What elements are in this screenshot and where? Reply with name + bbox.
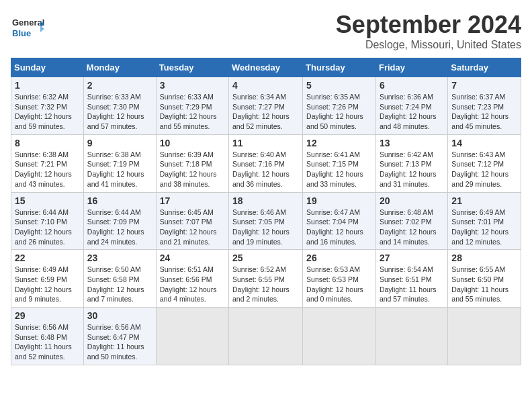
day-info: Sunrise: 6:45 AMSunset: 7:07 PMDaylight:… xyxy=(160,208,217,246)
calendar-cell: 8 Sunrise: 6:38 AMSunset: 7:21 PMDayligh… xyxy=(11,134,84,192)
calendar-cell: 27 Sunrise: 6:54 AMSunset: 6:51 PMDaylig… xyxy=(375,250,447,308)
calendar-cell: 23 Sunrise: 6:50 AMSunset: 6:58 PMDaylig… xyxy=(83,250,156,308)
calendar-cell: 26 Sunrise: 6:53 AMSunset: 6:53 PMDaylig… xyxy=(303,250,376,308)
calendar-cell: 14 Sunrise: 6:43 AMSunset: 7:12 PMDaylig… xyxy=(448,134,521,192)
svg-rect-0 xyxy=(11,11,44,44)
day-info: Sunrise: 6:56 AMSunset: 6:47 PMDaylight:… xyxy=(87,323,144,361)
day-number: 8 xyxy=(15,138,80,148)
day-info: Sunrise: 6:39 AMSunset: 7:18 PMDaylight:… xyxy=(160,150,217,188)
day-info: Sunrise: 6:47 AMSunset: 7:04 PMDaylight:… xyxy=(306,208,363,246)
day-number: 6 xyxy=(380,80,444,91)
calendar-cell: 19 Sunrise: 6:47 AMSunset: 7:04 PMDaylig… xyxy=(303,192,376,250)
day-info: Sunrise: 6:36 AMSunset: 7:24 PMDaylight:… xyxy=(380,93,437,130)
calendar-cell: 3 Sunrise: 6:33 AMSunset: 7:29 PMDayligh… xyxy=(156,77,228,135)
day-number: 18 xyxy=(232,195,299,206)
day-info: Sunrise: 6:38 AMSunset: 7:19 PMDaylight:… xyxy=(87,150,144,188)
page-subtitle: Desloge, Missouri, United States xyxy=(336,39,521,51)
day-info: Sunrise: 6:50 AMSunset: 6:58 PMDaylight:… xyxy=(87,265,144,303)
calendar-table: Sunday Monday Tuesday Wednesday Thursday… xyxy=(11,58,521,365)
day-info: Sunrise: 6:32 AMSunset: 7:32 PMDaylight:… xyxy=(15,93,72,130)
calendar-cell: 10 Sunrise: 6:39 AMSunset: 7:18 PMDaylig… xyxy=(156,134,228,192)
day-info: Sunrise: 6:33 AMSunset: 7:29 PMDaylight:… xyxy=(160,93,217,130)
day-number: 21 xyxy=(451,195,517,206)
day-info: Sunrise: 6:35 AMSunset: 7:26 PMDaylight:… xyxy=(306,93,363,130)
calendar-cell: 24 Sunrise: 6:51 AMSunset: 6:56 PMDaylig… xyxy=(156,250,228,308)
calendar-cell xyxy=(375,308,447,365)
calendar-cell: 20 Sunrise: 6:48 AMSunset: 7:02 PMDaylig… xyxy=(375,192,447,250)
day-number: 15 xyxy=(15,195,80,206)
day-info: Sunrise: 6:42 AMSunset: 7:13 PMDaylight:… xyxy=(380,150,437,188)
day-number: 22 xyxy=(15,253,80,263)
calendar-week-row: 22 Sunrise: 6:49 AMSunset: 6:59 PMDaylig… xyxy=(11,250,521,308)
day-number: 10 xyxy=(160,138,225,148)
day-number: 14 xyxy=(451,138,517,148)
calendar-cell xyxy=(303,308,376,365)
calendar-cell: 11 Sunrise: 6:40 AMSunset: 7:16 PMDaylig… xyxy=(229,134,303,192)
day-info: Sunrise: 6:37 AMSunset: 7:23 PMDaylight:… xyxy=(451,93,508,130)
calendar-cell xyxy=(156,308,228,365)
svg-text:General: General xyxy=(12,17,44,28)
calendar-cell: 25 Sunrise: 6:52 AMSunset: 6:55 PMDaylig… xyxy=(229,250,303,308)
calendar-cell: 13 Sunrise: 6:42 AMSunset: 7:13 PMDaylig… xyxy=(375,134,447,192)
header-thursday: Thursday xyxy=(303,58,376,77)
calendar-header-row: Sunday Monday Tuesday Wednesday Thursday… xyxy=(11,58,521,77)
day-number: 16 xyxy=(87,195,152,206)
day-number: 19 xyxy=(306,195,372,206)
calendar-cell: 2 Sunrise: 6:33 AMSunset: 7:30 PMDayligh… xyxy=(83,77,156,135)
calendar-cell: 16 Sunrise: 6:44 AMSunset: 7:09 PMDaylig… xyxy=(83,192,156,250)
day-info: Sunrise: 6:43 AMSunset: 7:12 PMDaylight:… xyxy=(451,150,508,188)
day-number: 28 xyxy=(451,253,517,263)
day-info: Sunrise: 6:46 AMSunset: 7:05 PMDaylight:… xyxy=(232,208,290,246)
calendar-week-row: 15 Sunrise: 6:44 AMSunset: 7:10 PMDaylig… xyxy=(11,192,521,250)
day-number: 4 xyxy=(232,80,299,91)
logo: General Blue xyxy=(11,11,44,44)
day-number: 25 xyxy=(232,253,299,263)
calendar-cell xyxy=(448,308,521,365)
calendar-cell: 4 Sunrise: 6:34 AMSunset: 7:27 PMDayligh… xyxy=(229,77,303,135)
calendar-cell: 18 Sunrise: 6:46 AMSunset: 7:05 PMDaylig… xyxy=(229,192,303,250)
day-info: Sunrise: 6:52 AMSunset: 6:55 PMDaylight:… xyxy=(232,265,290,303)
day-info: Sunrise: 6:34 AMSunset: 7:27 PMDaylight:… xyxy=(232,93,290,130)
day-info: Sunrise: 6:44 AMSunset: 7:10 PMDaylight:… xyxy=(15,208,72,246)
calendar-cell: 28 Sunrise: 6:55 AMSunset: 6:50 PMDaylig… xyxy=(448,250,521,308)
calendar-cell: 9 Sunrise: 6:38 AMSunset: 7:19 PMDayligh… xyxy=(83,134,156,192)
day-number: 20 xyxy=(380,195,444,206)
calendar-cell: 21 Sunrise: 6:49 AMSunset: 7:01 PMDaylig… xyxy=(448,192,521,250)
day-number: 9 xyxy=(87,138,152,148)
day-info: Sunrise: 6:33 AMSunset: 7:30 PMDaylight:… xyxy=(87,93,144,130)
day-info: Sunrise: 6:40 AMSunset: 7:16 PMDaylight:… xyxy=(232,150,290,188)
day-info: Sunrise: 6:56 AMSunset: 6:48 PMDaylight:… xyxy=(15,323,72,361)
title-area: September 2024 Desloge, Missouri, United… xyxy=(336,11,521,51)
day-number: 26 xyxy=(306,253,372,263)
day-number: 23 xyxy=(87,253,152,263)
day-number: 13 xyxy=(380,138,444,148)
calendar-cell: 7 Sunrise: 6:37 AMSunset: 7:23 PMDayligh… xyxy=(448,77,521,135)
header-saturday: Saturday xyxy=(448,58,521,77)
day-number: 29 xyxy=(15,310,80,321)
logo-svg: General Blue xyxy=(11,11,44,44)
header-friday: Friday xyxy=(375,58,447,77)
page-header: General Blue September 2024 Desloge, Mis… xyxy=(11,11,521,51)
calendar-cell: 5 Sunrise: 6:35 AMSunset: 7:26 PMDayligh… xyxy=(303,77,376,135)
header-sunday: Sunday xyxy=(11,58,84,77)
calendar-cell: 17 Sunrise: 6:45 AMSunset: 7:07 PMDaylig… xyxy=(156,192,228,250)
calendar-cell: 15 Sunrise: 6:44 AMSunset: 7:10 PMDaylig… xyxy=(11,192,84,250)
day-info: Sunrise: 6:54 AMSunset: 6:51 PMDaylight:… xyxy=(380,265,437,303)
calendar-cell: 30 Sunrise: 6:56 AMSunset: 6:47 PMDaylig… xyxy=(83,308,156,365)
day-number: 11 xyxy=(232,138,299,148)
day-number: 30 xyxy=(87,310,152,321)
header-tuesday: Tuesday xyxy=(156,58,228,77)
day-info: Sunrise: 6:38 AMSunset: 7:21 PMDaylight:… xyxy=(15,150,72,188)
day-info: Sunrise: 6:44 AMSunset: 7:09 PMDaylight:… xyxy=(87,208,144,246)
day-info: Sunrise: 6:49 AMSunset: 6:59 PMDaylight:… xyxy=(15,265,72,303)
day-info: Sunrise: 6:51 AMSunset: 6:56 PMDaylight:… xyxy=(160,265,217,303)
day-info: Sunrise: 6:49 AMSunset: 7:01 PMDaylight:… xyxy=(451,208,508,246)
day-info: Sunrise: 6:41 AMSunset: 7:15 PMDaylight:… xyxy=(306,150,363,188)
day-number: 3 xyxy=(160,80,225,91)
day-number: 17 xyxy=(160,195,225,206)
day-number: 2 xyxy=(87,80,152,91)
calendar-cell: 12 Sunrise: 6:41 AMSunset: 7:15 PMDaylig… xyxy=(303,134,376,192)
calendar-cell: 6 Sunrise: 6:36 AMSunset: 7:24 PMDayligh… xyxy=(375,77,447,135)
calendar-week-row: 1 Sunrise: 6:32 AMSunset: 7:32 PMDayligh… xyxy=(11,77,521,135)
calendar-week-row: 8 Sunrise: 6:38 AMSunset: 7:21 PMDayligh… xyxy=(11,134,521,192)
